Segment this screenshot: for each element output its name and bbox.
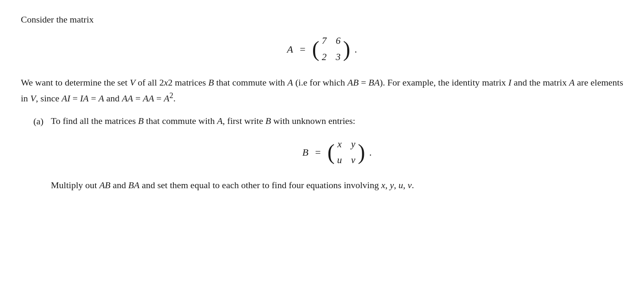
matrix-a-display: A = ( 7 6 2 3 ) . xyxy=(21,32,623,66)
subpart-a: (a) To find all the matrices B that comm… xyxy=(21,113,623,192)
subpart-a-header: (a) To find all the matrices B that comm… xyxy=(33,113,623,128)
page-content: Consider the matrix A = ( 7 6 2 3 ) . We… xyxy=(21,13,623,192)
period-a: . xyxy=(354,42,357,57)
subpart-a-label: (a) xyxy=(33,114,46,128)
matrix-a-paren-wrap: ( 7 6 2 3 ) xyxy=(312,32,351,66)
matrix-a-eq: = xyxy=(297,42,308,57)
matrix-a-r2c1: 2 xyxy=(322,50,327,65)
paren-right-a: ) xyxy=(343,38,350,60)
paren-right-b: ) xyxy=(358,141,365,163)
period-b: . xyxy=(369,145,372,160)
matrix-b-r2c1: u xyxy=(337,153,342,168)
subpart-a-body: B = ( x y u v ) . xyxy=(33,136,623,192)
matrix-b-eq: = xyxy=(313,145,323,160)
intro-label: Consider the matrix xyxy=(21,14,94,25)
subpart-a-text: To find all the matrices B that commute … xyxy=(51,113,355,128)
matrix-a-r1c1: 7 xyxy=(322,34,327,48)
matrix-b-display: B = ( x y u v ) . xyxy=(51,136,623,169)
matrix-b-grid: x y u v xyxy=(335,136,358,169)
matrix-a-var: A xyxy=(287,42,293,57)
matrix-b-r1c1: x xyxy=(337,137,342,152)
followup-text: Multiply out AB and BA and set them equa… xyxy=(51,178,623,192)
matrix-b-r2c2: v xyxy=(351,153,355,168)
paragraph-1: We want to determine the set V of all 2x… xyxy=(21,75,623,106)
matrix-b-paren-wrap: ( x y u v ) xyxy=(327,136,365,169)
matrix-a-equation: A = ( 7 6 2 3 ) . xyxy=(287,32,357,66)
matrix-b-r1c2: y xyxy=(351,137,355,152)
matrix-a-grid: 7 6 2 3 xyxy=(319,32,343,66)
matrix-a-r1c2: 6 xyxy=(336,34,341,48)
matrix-b-var: B xyxy=(302,145,308,160)
matrix-b-equation: B = ( x y u v ) . xyxy=(302,136,372,169)
paren-left-a: ( xyxy=(312,38,319,60)
matrix-a-r2c2: 3 xyxy=(336,50,341,65)
intro-text: Consider the matrix xyxy=(21,13,623,26)
paren-left-b: ( xyxy=(327,141,334,163)
